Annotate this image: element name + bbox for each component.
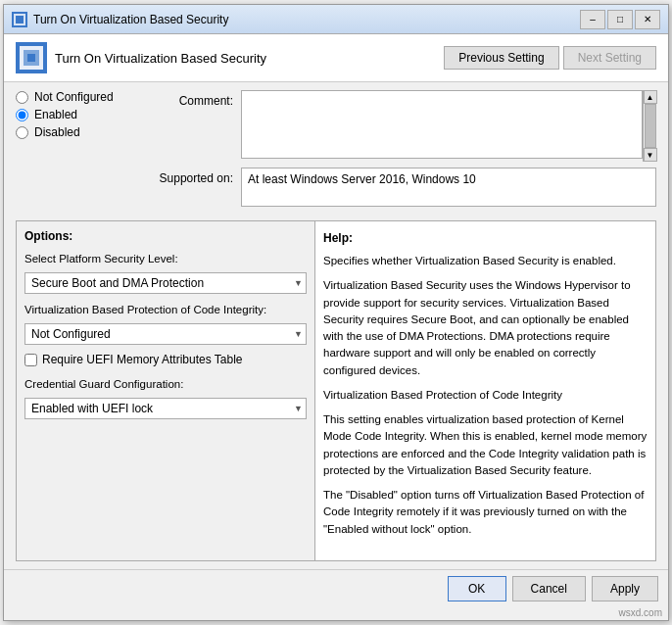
- not-configured-radio[interactable]: [16, 91, 28, 104]
- svg-rect-1: [16, 16, 24, 24]
- options-panel: Options: Select Platform Security Level:…: [17, 221, 315, 560]
- help-panel: Help: Specifies whether Virtualization B…: [315, 221, 655, 560]
- scroll-up-arrow[interactable]: ▲: [644, 90, 657, 104]
- credential-guard-dropdown-wrap: Disabled Enabled with UEFI lock Enabled …: [24, 398, 307, 419]
- enabled-label[interactable]: Enabled: [34, 108, 77, 121]
- header-left: Turn On Virtualization Based Security: [16, 42, 266, 73]
- two-column-panel: Options: Select Platform Security Level:…: [16, 220, 656, 561]
- comment-textarea[interactable]: [241, 90, 643, 159]
- close-button[interactable]: ✕: [635, 10, 660, 29]
- bottom-bar: OK Cancel Apply: [4, 569, 668, 607]
- code-integrity-dropdown-wrap: Not Configured Enabled without lock Enab…: [24, 323, 307, 345]
- main-window: Turn On Virtualization Based Security – …: [3, 4, 669, 621]
- cancel-button[interactable]: Cancel: [512, 576, 586, 601]
- supported-value: At least Windows Server 2016, Windows 10: [248, 172, 476, 186]
- code-integrity-select[interactable]: Not Configured Enabled without lock Enab…: [24, 323, 307, 345]
- next-setting-button[interactable]: Next Setting: [563, 46, 656, 70]
- enabled-row: Enabled: [16, 108, 133, 121]
- comment-section: Comment: ▲ ▼: [133, 90, 656, 162]
- not-configured-row: Not Configured: [16, 90, 133, 104]
- not-configured-label[interactable]: Not Configured: [34, 90, 114, 104]
- header-title: Turn On Virtualization Based Security: [55, 51, 266, 66]
- supported-label: Supported on:: [133, 168, 241, 185]
- main-content: Not Configured Enabled Disabled Comment:: [4, 82, 668, 569]
- comment-scrollbar[interactable]: ▲ ▼: [643, 90, 656, 162]
- minimize-button[interactable]: –: [580, 10, 605, 29]
- right-section: Comment: ▲ ▼ Supported on: At least Wind…: [133, 90, 656, 215]
- disabled-row: Disabled: [16, 125, 133, 139]
- ok-button[interactable]: OK: [448, 576, 506, 601]
- title-bar-controls: – □ ✕: [580, 10, 660, 29]
- platform-security-label: Select Platform Security Level:: [24, 253, 307, 264]
- code-integrity-label: Virtualization Based Protection of Code …: [24, 304, 307, 315]
- header-buttons: Previous Setting Next Setting: [444, 46, 656, 70]
- uefi-checkbox-label[interactable]: Require UEFI Memory Attributes Table: [42, 353, 243, 366]
- supported-section: Supported on: At least Windows Server 20…: [133, 168, 656, 207]
- help-p4: This setting enables virtualization base…: [323, 411, 648, 479]
- help-title: Help:: [323, 229, 648, 247]
- top-section: Not Configured Enabled Disabled Comment:: [16, 90, 656, 215]
- previous-setting-button[interactable]: Previous Setting: [444, 46, 558, 70]
- title-bar: Turn On Virtualization Based Security – …: [4, 5, 668, 34]
- help-p3: Virtualization Based Protection of Code …: [323, 387, 648, 404]
- disabled-label[interactable]: Disabled: [34, 125, 80, 139]
- help-p5: The "Disabled" option turns off Virtuali…: [323, 487, 648, 538]
- uefi-checkbox-row: Require UEFI Memory Attributes Table: [24, 353, 307, 366]
- platform-security-select[interactable]: Secure Boot Secure Boot and DMA Protecti…: [24, 272, 307, 294]
- comment-area-wrap: ▲ ▼: [241, 90, 656, 162]
- options-title: Options:: [24, 229, 307, 243]
- window-icon: [12, 12, 27, 27]
- header-bar: Turn On Virtualization Based Security Pr…: [4, 34, 668, 82]
- svg-rect-4: [27, 54, 35, 62]
- maximize-button[interactable]: □: [607, 10, 633, 29]
- enabled-radio[interactable]: [16, 109, 28, 121]
- radio-section: Not Configured Enabled Disabled: [16, 90, 133, 207]
- window-title: Turn On Virtualization Based Security: [33, 13, 580, 26]
- comment-label: Comment:: [133, 90, 241, 108]
- scroll-down-arrow[interactable]: ▼: [644, 148, 657, 162]
- watermark: wsxd.com: [4, 607, 668, 620]
- apply-button[interactable]: Apply: [592, 576, 658, 601]
- uefi-checkbox[interactable]: [24, 354, 37, 366]
- help-p1: Specifies whether Virtualization Based S…: [323, 253, 648, 269]
- supported-box: At least Windows Server 2016, Windows 10: [241, 168, 656, 207]
- credential-guard-select[interactable]: Disabled Enabled with UEFI lock Enabled …: [24, 398, 307, 419]
- disabled-radio[interactable]: [16, 126, 28, 139]
- help-p2: Virtualization Based Security uses the W…: [323, 277, 648, 379]
- scroll-thumb[interactable]: [645, 104, 656, 148]
- help-text: Specifies whether Virtualization Based S…: [323, 253, 648, 546]
- header-icon: [16, 42, 47, 73]
- platform-security-dropdown-wrap: Secure Boot Secure Boot and DMA Protecti…: [24, 272, 307, 294]
- credential-guard-label: Credential Guard Configuration:: [24, 378, 307, 390]
